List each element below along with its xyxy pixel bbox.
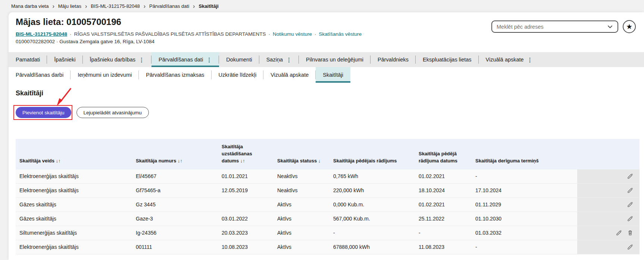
breadcrumb-item[interactable]: Pārvaldīšanas dati bbox=[149, 3, 189, 9]
breadcrumb-item[interactable]: BIS-ML-312175-82048 bbox=[91, 3, 140, 9]
tab-ipasnieki[interactable]: Īpašnieki bbox=[47, 52, 82, 67]
delete-trash-icon[interactable] bbox=[627, 229, 634, 236]
cell-radijuma-datums: 18.10.2024 bbox=[415, 184, 472, 197]
column-header-uzstadisanas-datums[interactable]: Skaitītāja uzstādīšanas datums ↓↑ bbox=[218, 143, 273, 165]
subtab-vizuala-apskate[interactable]: Vizuālā apskate bbox=[263, 67, 316, 83]
table-row: Elektroenerģijas skaitītājs Gf75465-a 12… bbox=[16, 184, 640, 198]
edit-pencil-icon[interactable] bbox=[627, 215, 634, 222]
tab-ekspluatacijas-lietas[interactable]: Ekspluatācijas lietas bbox=[416, 52, 479, 67]
cell-veids: Elektroenerģijas skaitītājs bbox=[16, 240, 132, 254]
cell-uzstadisanas: 12.05.2019 bbox=[218, 184, 273, 197]
row-actions bbox=[577, 169, 640, 183]
row-actions bbox=[577, 212, 640, 226]
cell-veids: Siltumenerģijas skaitītājs bbox=[16, 226, 132, 240]
breadcrumb-separator-icon: › bbox=[52, 3, 54, 9]
cell-statuss: Aktīvs bbox=[273, 240, 329, 254]
cell-radijuma-datums: 01.02.2021 bbox=[415, 198, 472, 212]
add-meter-button[interactable]: Pievienot skaitītāju bbox=[16, 107, 71, 118]
tab-pamatdati[interactable]: Pamatdati bbox=[9, 52, 47, 67]
tab-pilnvaras-un-delegejumi[interactable]: Pilnvaras un deleģējumi bbox=[299, 52, 371, 67]
kebab-menu-icon[interactable]: ⋮ bbox=[139, 57, 144, 63]
tab-label: Saziņa bbox=[266, 57, 283, 63]
sort-icon[interactable]: ↓ bbox=[318, 158, 321, 164]
sort-icon[interactable]: ↓↑ bbox=[178, 158, 182, 164]
page-header: Mājas lieta: 01005700196 BIS-ML-312175-8… bbox=[9, 12, 644, 52]
separator: · bbox=[315, 31, 316, 37]
table-row: Siltumenerģijas skaitītājs Ig-24356 20.0… bbox=[16, 226, 640, 240]
cell-statuss: Aktīvs bbox=[273, 198, 329, 212]
breadcrumb: Mana darba vieta › Māju lietas › BIS-ML-… bbox=[0, 0, 644, 12]
edit-pencil-icon[interactable] bbox=[627, 244, 634, 250]
cadastre-number: 01000702282002 bbox=[16, 39, 55, 44]
sort-icon[interactable]: ↓↑ bbox=[240, 158, 245, 164]
column-header-statuss[interactable]: Skaitītāja statuss ↓ bbox=[273, 158, 329, 165]
cell-uzstadisanas: 03.01.2022 bbox=[218, 212, 273, 226]
main-card: Mājas lieta: 01005700196 BIS-ML-312175-8… bbox=[9, 12, 644, 260]
edit-pencil-icon[interactable] bbox=[627, 201, 634, 208]
edit-pencil-icon[interactable] bbox=[627, 187, 634, 194]
address-search-select[interactable]: Meklēt pēc adreses bbox=[491, 20, 618, 33]
cell-terminjs: - bbox=[472, 169, 577, 183]
tab-vizuala-apskate[interactable]: Vizuālā apskate⋮ bbox=[479, 52, 540, 67]
cell-terminjs: 01.10.2030 bbox=[472, 212, 577, 226]
cell-radijums: 0,000 Kub.m. bbox=[329, 198, 415, 212]
column-header-veids[interactable]: Skaitītāja veids ↓↑ bbox=[16, 158, 132, 165]
cell-terminjs: 01.03.2032 bbox=[472, 226, 577, 240]
table-row: Gāzes skaitītājs Gz 3445 Aktīvs 0,000 Ku… bbox=[16, 198, 640, 212]
subtab-uzkratie-lidzekli[interactable]: Uzkrātie līdzekļi bbox=[212, 67, 264, 83]
cell-numurs: Gf75465-a bbox=[132, 184, 218, 197]
download-derivative-button[interactable]: Lejupielādēt atvasinājumu bbox=[76, 107, 149, 118]
breadcrumb-separator-icon: › bbox=[144, 3, 146, 9]
tab-dokumenti[interactable]: Dokumenti bbox=[219, 52, 259, 67]
column-header-pedejais-radijums: Skaitītāja pēdējais rādījums bbox=[329, 158, 415, 165]
kebab-menu-icon[interactable]: ⋮ bbox=[206, 57, 212, 63]
tab-parvaldnieks[interactable]: Pārvaldnieks bbox=[371, 52, 416, 67]
case-number-link[interactable]: BIS-ML-312175-82048 bbox=[16, 31, 67, 37]
table-row: Gāzes skaitītājs Gaze-3 03.01.2022 Aktīv… bbox=[16, 212, 640, 226]
edit-pencil-icon[interactable] bbox=[627, 173, 634, 180]
favorite-button[interactable]: ★ bbox=[623, 20, 636, 33]
separator: · bbox=[56, 39, 58, 44]
separator: · bbox=[268, 31, 270, 37]
breadcrumb-item[interactable]: Mana darba vieta bbox=[11, 3, 49, 9]
tab-label: Vizuālā apskate bbox=[271, 72, 309, 78]
subtab-ienemumi-un-izdevumi[interactable]: Ieņēmumi un izdevumi bbox=[71, 67, 139, 83]
cell-veids: Elektroenerģijas skaitītājs bbox=[16, 169, 132, 183]
events-history-link[interactable]: Notikumu vēsture bbox=[273, 31, 312, 37]
row-actions bbox=[577, 240, 640, 254]
cell-radijums: 67888,000 kWh bbox=[329, 240, 415, 254]
cell-veids: Gāzes skaitītājs bbox=[16, 212, 132, 226]
breadcrumb-separator-icon: › bbox=[85, 3, 87, 9]
tab-label: Īpašnieki bbox=[54, 57, 75, 63]
tab-label: Pamatdati bbox=[16, 57, 40, 63]
cell-numurs: Gz 3445 bbox=[132, 198, 218, 212]
breadcrumb-item[interactable]: Māju lietas bbox=[58, 3, 81, 9]
edit-pencil-icon[interactable] bbox=[616, 229, 622, 236]
address-line: 01000702282002 · Gustava Zemgala gatve 1… bbox=[16, 39, 644, 44]
sort-icon[interactable]: ↓↑ bbox=[56, 158, 61, 164]
department-name: RĪGAS VALSTSPILSĒTAS PAŠVALDĪBAS PILSĒTA… bbox=[74, 31, 266, 37]
cell-uzstadisanas: 10.08.2023 bbox=[218, 240, 273, 254]
tab-label: Ekspluatācijas lietas bbox=[423, 57, 472, 63]
kebab-menu-icon[interactable]: ⋮ bbox=[527, 57, 533, 63]
subtab-parvaldisanas-izmaksas[interactable]: Pārvaldīšanas izmaksas bbox=[139, 67, 211, 83]
cell-veids: Elektroenerģijas skaitītājs bbox=[16, 184, 132, 197]
chevron-down-icon bbox=[607, 24, 613, 30]
cell-radijuma-datums: 11.08.2023 bbox=[415, 240, 472, 254]
kebab-menu-icon[interactable]: ⋮ bbox=[286, 57, 292, 63]
subtab-skaititaji[interactable]: Skaitītāji bbox=[316, 67, 350, 83]
column-header-deriguma-terminjs: Skaitītāja derīguma termiņš bbox=[472, 158, 577, 165]
toolbar: Pievienot skaitītāju Lejupielādēt atvasi… bbox=[16, 107, 640, 118]
section-title: Skaitītāji bbox=[16, 89, 640, 97]
table-row: Elektroenerģijas skaitītājs El/45667 01.… bbox=[16, 169, 640, 184]
tab-ipasnieku-darbibas[interactable]: Īpašnieku darbības⋮ bbox=[83, 52, 152, 67]
tab-sazina[interactable]: Saziņa⋮ bbox=[259, 52, 299, 67]
cell-numurs: 001111 bbox=[132, 240, 218, 254]
subtab-parvaldisanas-darbi[interactable]: Pārvaldīšanas darbi bbox=[9, 67, 71, 83]
tab-label: Pārvaldnieks bbox=[378, 57, 409, 63]
tab-parvaldisanas-dati[interactable]: Pārvaldīšanas dati⋮ bbox=[151, 52, 219, 67]
breadcrumb-item-current: Skaitītāji bbox=[198, 3, 218, 9]
column-header-radijuma-datums: Skaitītāja pēdējā rādījuma datums bbox=[415, 150, 472, 165]
view-history-link[interactable]: Skatīšanās vēsture bbox=[319, 31, 362, 37]
column-header-numurs[interactable]: Skaitītāja numurs ↓↑ bbox=[132, 158, 218, 165]
